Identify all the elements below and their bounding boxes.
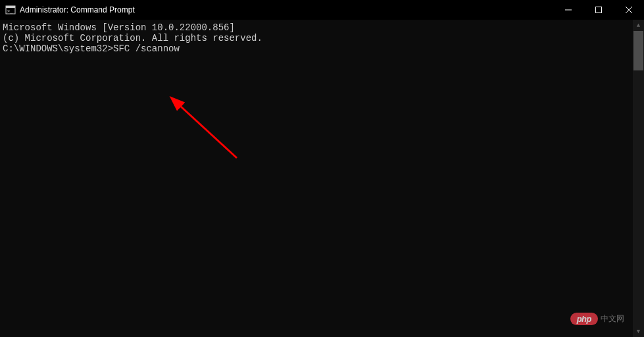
prompt-text: C:\WINDOWS\system32> [3, 43, 113, 54]
titlebar[interactable]: >_ Administrator: Command Prompt [0, 0, 644, 20]
terminal-output-line: (c) Microsoft Corporation. All rights re… [3, 33, 641, 43]
close-button[interactable] [614, 0, 644, 20]
svg-text:>_: >_ [7, 9, 13, 14]
red-arrow-annotation [164, 92, 257, 171]
svg-rect-4 [596, 7, 602, 13]
command-input[interactable]: SFC /scannow [113, 43, 180, 54]
minimize-button[interactable] [553, 0, 583, 20]
titlebar-left: >_ Administrator: Command Prompt [5, 5, 135, 15]
scroll-up-arrow-icon[interactable]: ▲ [633, 20, 644, 31]
scroll-down-arrow-icon[interactable]: ▼ [633, 326, 644, 337]
terminal-prompt-line: C:\WINDOWS\system32>SFC /scannow [3, 43, 641, 54]
svg-line-8 [172, 99, 237, 158]
watermark-badge: php [570, 313, 598, 325]
maximize-button[interactable] [583, 0, 614, 20]
command-prompt-window: >_ Administrator: Command Prompt Microso… [0, 0, 644, 337]
window-title: Administrator: Command Prompt [20, 5, 135, 14]
svg-rect-1 [6, 6, 15, 8]
terminal-body[interactable]: Microsoft Windows [Version 10.0.22000.85… [0, 20, 644, 337]
watermark: php 中文网 [570, 313, 624, 325]
window-controls [553, 0, 644, 20]
scrollbar-thumb[interactable] [633, 31, 643, 70]
watermark-text: 中文网 [601, 313, 624, 324]
text-cursor [180, 43, 185, 53]
app-icon: >_ [5, 5, 16, 15]
terminal-output-line: Microsoft Windows [Version 10.0.22000.85… [3, 22, 641, 33]
vertical-scrollbar[interactable]: ▲ ▼ [633, 20, 644, 337]
